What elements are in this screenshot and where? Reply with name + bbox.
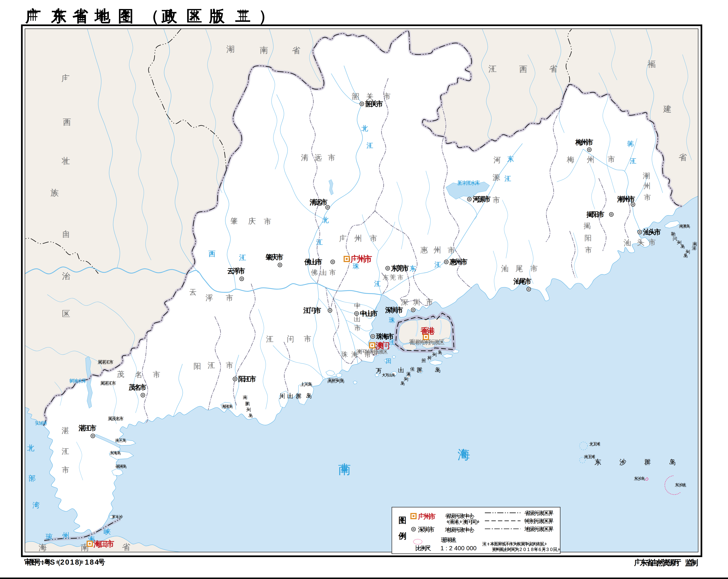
svg-text:1: 1 [70, 558, 74, 566]
svg-text:）: ） [259, 7, 274, 25]
svg-text:1: 1 [527, 547, 529, 552]
svg-text:0: 0 [65, 558, 69, 566]
svg-text:1 : 2 400 000: 1 : 2 400 000 [440, 545, 477, 552]
svg-text:2: 2 [60, 558, 64, 566]
svg-text:（: （ [144, 7, 159, 25]
svg-text:6: 6 [539, 547, 541, 552]
svg-text:0: 0 [523, 547, 526, 552]
svg-text:3: 3 [546, 547, 549, 552]
svg-text:8: 8 [531, 547, 534, 552]
svg-text:1: 1 [85, 558, 89, 566]
svg-text:0: 0 [550, 547, 552, 552]
svg-text:2: 2 [519, 547, 522, 552]
svg-text:8: 8 [90, 558, 94, 566]
